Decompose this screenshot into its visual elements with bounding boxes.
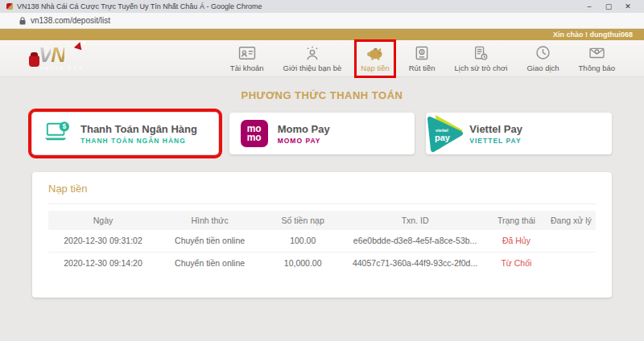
nav-label: Nạp tiền <box>361 64 389 72</box>
logo-subtext: VN138.COM <box>40 66 85 71</box>
page-title: PHƯƠNG THỨC THANH TOÁN <box>0 77 644 101</box>
cell-method: Chuyển tiền online <box>158 252 262 273</box>
nav-item-game-history[interactable]: Lịch sử trò chơi <box>453 44 510 73</box>
id-card-icon <box>238 45 256 61</box>
top-strip: Xin chào ! dungthui068 <box>0 29 644 40</box>
nav-label: Lịch sử trò chơi <box>455 64 508 72</box>
address-url[interactable]: vn138.com/deposit/list <box>31 16 110 25</box>
cell-processing <box>547 230 596 252</box>
viettelpay-logo: viettelpay <box>424 112 466 154</box>
site-logo[interactable]: VN VN138.COM <box>24 43 93 75</box>
close-button[interactable]: ✕ <box>618 0 638 13</box>
nav-item-referral[interactable]: Giới thiệu bạn bè <box>282 44 344 73</box>
cell-date: 2020-12-30 09:31:02 <box>48 230 158 252</box>
table-row: 2020-12-30 09:14:20 Chuyển tiền online 1… <box>48 252 596 273</box>
atm-icon <box>415 45 428 61</box>
table-header-row: Ngày Hình thức Số tiền nạp Txn. ID Trạng… <box>48 211 596 230</box>
cell-amount: 100.00 <box>262 230 344 252</box>
cell-date: 2020-12-30 09:14:20 <box>48 252 158 273</box>
nav-label: Giao dịch <box>526 64 559 72</box>
cell-method: Chuyển tiền online <box>158 230 262 252</box>
cell-amount: 10,000.00 <box>262 252 344 273</box>
col-processing: Đang xử lý <box>547 211 596 230</box>
method-subtitle: MOMO PAY <box>278 137 330 145</box>
window-title: VN138 Nhà Cái Cá Cược Trực Tuyến Uy Tín … <box>17 2 580 10</box>
col-status: Trạng thái <box>486 211 547 230</box>
method-subtitle: VIETTEL PAY <box>469 137 522 145</box>
status-badge: Từ Chối <box>486 252 547 273</box>
browser-titlebar: VN138 Nhà Cái Cá Cược Trực Tuyến Uy Tín … <box>0 0 644 13</box>
col-txn-id: Txn. ID <box>344 211 486 230</box>
deposit-history-card: Nạp tiền Ngày Hình thức Số tiền nạp Txn.… <box>32 172 612 298</box>
logo-letter-n: N <box>51 43 64 67</box>
nav-label: Thông báo <box>579 64 615 72</box>
logo-letter-v: V <box>39 43 51 67</box>
method-title: Momo Pay <box>278 123 330 135</box>
bank-transfer-icon: $ <box>43 120 71 147</box>
nav-label: Tài khoản <box>230 64 264 72</box>
nav-item-transactions[interactable]: Giao dịch <box>525 44 560 73</box>
favicon <box>6 3 13 10</box>
nav-item-deposit[interactable]: Nạp tiền <box>359 44 390 73</box>
lock-icon[interactable] <box>19 17 26 25</box>
minimize-button[interactable]: – <box>580 0 599 13</box>
momo-logo: mo mo <box>241 120 268 147</box>
deposit-heading: Nạp tiền <box>48 183 596 204</box>
url-bar[interactable]: vn138.com/deposit/list <box>0 13 644 29</box>
table-row: 2020-12-30 09:31:02 Chuyển tiền online 1… <box>48 230 596 252</box>
method-card-viettel-pay[interactable]: viettelpay Viettel Pay VIETTEL PAY <box>426 113 612 154</box>
cell-txn-id: e6e0bdde-d3e8-4e5f-a8ce-53b... <box>344 230 486 252</box>
deposit-table: Ngày Hình thức Số tiền nạp Txn. ID Trạng… <box>48 211 596 273</box>
col-amount: Số tiền nạp <box>262 211 344 230</box>
method-title: Thanh Toán Ngân Hàng <box>80 123 197 135</box>
nav-label: Rút tiền <box>409 64 436 72</box>
user-greeting: Xin chào ! dungthui068 <box>553 31 633 39</box>
method-card-bank-transfer[interactable]: $ Thanh Toán Ngân Hàng THANH TOÁN NGÂN H… <box>32 113 218 154</box>
nav-item-notifications[interactable]: Thông báo <box>577 44 617 73</box>
col-method: Hình thức <box>158 211 262 230</box>
santa-hat-icon <box>74 40 84 50</box>
site-header: VN VN138.COM Tài khoản Giới thiệu bạn bè… <box>0 40 644 77</box>
svg-text:pay: pay <box>435 133 451 142</box>
mail-icon <box>588 45 605 61</box>
svg-text:$: $ <box>63 122 67 130</box>
maximize-button[interactable]: ▢ <box>599 0 618 13</box>
cell-processing <box>547 252 596 273</box>
clock-icon <box>535 45 551 61</box>
nav-item-account[interactable]: Tài khoản <box>229 44 266 73</box>
referral-icon <box>304 45 320 61</box>
status-badge: Đã Hủy <box>486 230 547 252</box>
col-date: Ngày <box>48 211 158 230</box>
cell-txn-id: 44057c71-360a-44f9-93cc-2f0d... <box>344 252 486 273</box>
nav-label: Giới thiệu bạn bè <box>283 64 342 72</box>
method-subtitle: THANH TOÁN NGÂN HÀNG <box>80 137 197 145</box>
main-nav: Tài khoản Giới thiệu bạn bè Nạp tiền Rút… <box>229 44 617 73</box>
method-title: Viettel Pay <box>469 123 522 135</box>
main-content: PHƯƠNG THỨC THANH TOÁN $ Thanh Toán Ngân… <box>0 77 644 341</box>
payment-methods: $ Thanh Toán Ngân Hàng THANH TOÁN NGÂN H… <box>32 113 612 154</box>
game-history-icon <box>473 45 489 61</box>
piggy-bank-icon <box>365 45 385 61</box>
nav-item-withdraw[interactable]: Rút tiền <box>407 44 437 73</box>
method-card-momo-pay[interactable]: mo mo Momo Pay MOMO PAY <box>229 113 415 154</box>
